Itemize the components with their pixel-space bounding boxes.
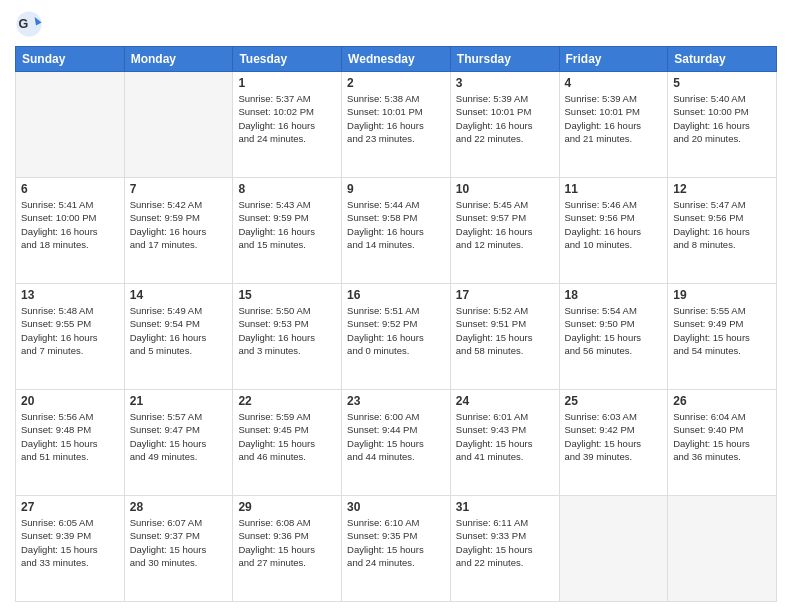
day-number: 18: [565, 288, 663, 302]
col-header-wednesday: Wednesday: [342, 47, 451, 72]
day-number: 24: [456, 394, 554, 408]
day-number: 26: [673, 394, 771, 408]
calendar-cell: 26Sunrise: 6:04 AM Sunset: 9:40 PM Dayli…: [668, 390, 777, 496]
calendar-cell: 28Sunrise: 6:07 AM Sunset: 9:37 PM Dayli…: [124, 496, 233, 602]
day-info: Sunrise: 6:05 AM Sunset: 9:39 PM Dayligh…: [21, 516, 119, 569]
day-number: 3: [456, 76, 554, 90]
day-number: 1: [238, 76, 336, 90]
header: G: [15, 10, 777, 38]
day-info: Sunrise: 6:08 AM Sunset: 9:36 PM Dayligh…: [238, 516, 336, 569]
calendar-cell: 14Sunrise: 5:49 AM Sunset: 9:54 PM Dayli…: [124, 284, 233, 390]
day-number: 27: [21, 500, 119, 514]
calendar-week-2: 13Sunrise: 5:48 AM Sunset: 9:55 PM Dayli…: [16, 284, 777, 390]
calendar-cell: 23Sunrise: 6:00 AM Sunset: 9:44 PM Dayli…: [342, 390, 451, 496]
day-number: 28: [130, 500, 228, 514]
day-info: Sunrise: 5:44 AM Sunset: 9:58 PM Dayligh…: [347, 198, 445, 251]
day-info: Sunrise: 5:50 AM Sunset: 9:53 PM Dayligh…: [238, 304, 336, 357]
day-number: 20: [21, 394, 119, 408]
day-number: 17: [456, 288, 554, 302]
day-number: 21: [130, 394, 228, 408]
calendar-cell: 19Sunrise: 5:55 AM Sunset: 9:49 PM Dayli…: [668, 284, 777, 390]
calendar-week-1: 6Sunrise: 5:41 AM Sunset: 10:00 PM Dayli…: [16, 178, 777, 284]
col-header-sunday: Sunday: [16, 47, 125, 72]
day-number: 25: [565, 394, 663, 408]
day-info: Sunrise: 5:51 AM Sunset: 9:52 PM Dayligh…: [347, 304, 445, 357]
day-number: 15: [238, 288, 336, 302]
day-number: 10: [456, 182, 554, 196]
calendar-cell: 13Sunrise: 5:48 AM Sunset: 9:55 PM Dayli…: [16, 284, 125, 390]
calendar-week-4: 27Sunrise: 6:05 AM Sunset: 9:39 PM Dayli…: [16, 496, 777, 602]
day-info: Sunrise: 5:37 AM Sunset: 10:02 PM Daylig…: [238, 92, 336, 145]
day-info: Sunrise: 5:39 AM Sunset: 10:01 PM Daylig…: [456, 92, 554, 145]
day-number: 22: [238, 394, 336, 408]
day-number: 13: [21, 288, 119, 302]
page: G SundayMondayTuesdayWednesdayThursdayFr…: [0, 0, 792, 612]
calendar-cell: 29Sunrise: 6:08 AM Sunset: 9:36 PM Dayli…: [233, 496, 342, 602]
calendar-cell: [124, 72, 233, 178]
day-number: 8: [238, 182, 336, 196]
day-number: 23: [347, 394, 445, 408]
col-header-monday: Monday: [124, 47, 233, 72]
calendar-cell: 30Sunrise: 6:10 AM Sunset: 9:35 PM Dayli…: [342, 496, 451, 602]
calendar-cell: 22Sunrise: 5:59 AM Sunset: 9:45 PM Dayli…: [233, 390, 342, 496]
day-info: Sunrise: 6:01 AM Sunset: 9:43 PM Dayligh…: [456, 410, 554, 463]
day-info: Sunrise: 5:52 AM Sunset: 9:51 PM Dayligh…: [456, 304, 554, 357]
day-number: 6: [21, 182, 119, 196]
calendar-cell: 3Sunrise: 5:39 AM Sunset: 10:01 PM Dayli…: [450, 72, 559, 178]
calendar-cell: 4Sunrise: 5:39 AM Sunset: 10:01 PM Dayli…: [559, 72, 668, 178]
day-info: Sunrise: 5:46 AM Sunset: 9:56 PM Dayligh…: [565, 198, 663, 251]
calendar-cell: 25Sunrise: 6:03 AM Sunset: 9:42 PM Dayli…: [559, 390, 668, 496]
day-info: Sunrise: 5:43 AM Sunset: 9:59 PM Dayligh…: [238, 198, 336, 251]
col-header-friday: Friday: [559, 47, 668, 72]
day-number: 14: [130, 288, 228, 302]
day-number: 7: [130, 182, 228, 196]
calendar-cell: 21Sunrise: 5:57 AM Sunset: 9:47 PM Dayli…: [124, 390, 233, 496]
day-info: Sunrise: 6:07 AM Sunset: 9:37 PM Dayligh…: [130, 516, 228, 569]
day-number: 11: [565, 182, 663, 196]
calendar-cell: 31Sunrise: 6:11 AM Sunset: 9:33 PM Dayli…: [450, 496, 559, 602]
day-number: 5: [673, 76, 771, 90]
day-info: Sunrise: 6:00 AM Sunset: 9:44 PM Dayligh…: [347, 410, 445, 463]
calendar-cell: 1Sunrise: 5:37 AM Sunset: 10:02 PM Dayli…: [233, 72, 342, 178]
day-info: Sunrise: 5:42 AM Sunset: 9:59 PM Dayligh…: [130, 198, 228, 251]
day-info: Sunrise: 5:57 AM Sunset: 9:47 PM Dayligh…: [130, 410, 228, 463]
day-number: 19: [673, 288, 771, 302]
calendar-cell: 15Sunrise: 5:50 AM Sunset: 9:53 PM Dayli…: [233, 284, 342, 390]
logo-icon: G: [15, 10, 43, 38]
calendar-cell: [668, 496, 777, 602]
calendar-cell: 20Sunrise: 5:56 AM Sunset: 9:48 PM Dayli…: [16, 390, 125, 496]
calendar-cell: 6Sunrise: 5:41 AM Sunset: 10:00 PM Dayli…: [16, 178, 125, 284]
calendar-cell: 18Sunrise: 5:54 AM Sunset: 9:50 PM Dayli…: [559, 284, 668, 390]
calendar-cell: 2Sunrise: 5:38 AM Sunset: 10:01 PM Dayli…: [342, 72, 451, 178]
col-header-saturday: Saturday: [668, 47, 777, 72]
calendar-cell: 5Sunrise: 5:40 AM Sunset: 10:00 PM Dayli…: [668, 72, 777, 178]
day-number: 4: [565, 76, 663, 90]
calendar-cell: [559, 496, 668, 602]
day-number: 30: [347, 500, 445, 514]
calendar-cell: 10Sunrise: 5:45 AM Sunset: 9:57 PM Dayli…: [450, 178, 559, 284]
day-number: 12: [673, 182, 771, 196]
calendar-cell: 9Sunrise: 5:44 AM Sunset: 9:58 PM Daylig…: [342, 178, 451, 284]
calendar-cell: 12Sunrise: 5:47 AM Sunset: 9:56 PM Dayli…: [668, 178, 777, 284]
calendar-header-row: SundayMondayTuesdayWednesdayThursdayFrid…: [16, 47, 777, 72]
day-info: Sunrise: 5:47 AM Sunset: 9:56 PM Dayligh…: [673, 198, 771, 251]
logo: G: [15, 10, 45, 38]
day-info: Sunrise: 6:10 AM Sunset: 9:35 PM Dayligh…: [347, 516, 445, 569]
day-number: 29: [238, 500, 336, 514]
calendar-cell: 17Sunrise: 5:52 AM Sunset: 9:51 PM Dayli…: [450, 284, 559, 390]
svg-text:G: G: [19, 17, 29, 31]
calendar-cell: 16Sunrise: 5:51 AM Sunset: 9:52 PM Dayli…: [342, 284, 451, 390]
day-info: Sunrise: 5:45 AM Sunset: 9:57 PM Dayligh…: [456, 198, 554, 251]
day-info: Sunrise: 5:59 AM Sunset: 9:45 PM Dayligh…: [238, 410, 336, 463]
calendar-week-3: 20Sunrise: 5:56 AM Sunset: 9:48 PM Dayli…: [16, 390, 777, 496]
col-header-tuesday: Tuesday: [233, 47, 342, 72]
day-info: Sunrise: 6:04 AM Sunset: 9:40 PM Dayligh…: [673, 410, 771, 463]
day-info: Sunrise: 5:48 AM Sunset: 9:55 PM Dayligh…: [21, 304, 119, 357]
day-info: Sunrise: 5:56 AM Sunset: 9:48 PM Dayligh…: [21, 410, 119, 463]
day-info: Sunrise: 6:03 AM Sunset: 9:42 PM Dayligh…: [565, 410, 663, 463]
day-info: Sunrise: 5:49 AM Sunset: 9:54 PM Dayligh…: [130, 304, 228, 357]
day-info: Sunrise: 5:38 AM Sunset: 10:01 PM Daylig…: [347, 92, 445, 145]
day-number: 31: [456, 500, 554, 514]
calendar-cell: 7Sunrise: 5:42 AM Sunset: 9:59 PM Daylig…: [124, 178, 233, 284]
day-number: 9: [347, 182, 445, 196]
